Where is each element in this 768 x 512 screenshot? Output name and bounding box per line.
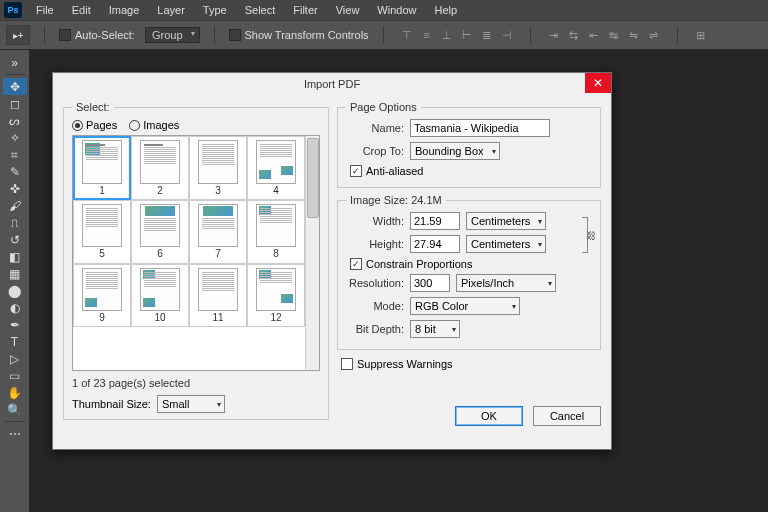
thumbnail-grid: 1 2 3 4 5 6 7 8 9 10 11 12 bbox=[72, 135, 320, 371]
menu-layer[interactable]: Layer bbox=[149, 2, 193, 18]
select-legend: Select: bbox=[72, 101, 114, 113]
move-tool-icon[interactable]: ✥ bbox=[3, 78, 27, 95]
page-thumb-6[interactable]: 6 bbox=[131, 200, 189, 264]
menu-filter[interactable]: Filter bbox=[285, 2, 325, 18]
marquee-tool-icon[interactable]: ◻ bbox=[3, 95, 27, 112]
dodge-tool-icon[interactable]: ◐ bbox=[3, 299, 27, 316]
mode-select[interactable]: RGB Color bbox=[410, 297, 520, 315]
gradient-tool-icon[interactable]: ▦ bbox=[3, 265, 27, 282]
page-thumb-4[interactable]: 4 bbox=[247, 136, 305, 200]
dist-bottom-icon[interactable]: ⇤ bbox=[585, 26, 603, 44]
path-select-tool-icon[interactable]: ▷ bbox=[3, 350, 27, 367]
distribute-icons: ⇥ ⇆ ⇤ ↹ ⇋ ⇌ bbox=[545, 26, 663, 44]
eraser-tool-icon[interactable]: ◧ bbox=[3, 248, 27, 265]
menu-help[interactable]: Help bbox=[426, 2, 465, 18]
stamp-tool-icon[interactable]: ⎍ bbox=[3, 214, 27, 231]
width-unit-select[interactable]: Centimeters bbox=[466, 212, 546, 230]
name-label: Name: bbox=[346, 122, 404, 134]
antialiased-checkbox[interactable]: Anti-aliased bbox=[350, 165, 592, 177]
align-vcenter-icon[interactable]: ≡ bbox=[418, 26, 436, 44]
brush-tool-icon[interactable]: 🖌 bbox=[3, 197, 27, 214]
cropto-label: Crop To: bbox=[346, 145, 404, 157]
more-tools-icon[interactable]: ⋯ bbox=[3, 425, 27, 442]
dist-vcenter-icon[interactable]: ⇆ bbox=[565, 26, 583, 44]
active-tool-indicator[interactable]: ▸+ bbox=[6, 25, 30, 45]
page-thumb-12[interactable]: 12 bbox=[247, 264, 305, 328]
type-tool-icon[interactable]: T bbox=[3, 333, 27, 350]
zoom-tool-icon[interactable]: 🔍 bbox=[3, 401, 27, 418]
constrain-proportions-checkbox[interactable]: Constrain Proportions bbox=[350, 258, 592, 270]
width-input[interactable] bbox=[410, 212, 460, 230]
auto-select-target-select[interactable]: Group bbox=[145, 27, 200, 43]
radio-pages[interactable]: Pages bbox=[72, 119, 117, 131]
expand-tools-icon[interactable]: » bbox=[3, 54, 27, 71]
magic-wand-tool-icon[interactable]: ✧ bbox=[3, 129, 27, 146]
link-dimensions-icon[interactable]: ⛓ bbox=[578, 212, 592, 258]
menu-select[interactable]: Select bbox=[237, 2, 284, 18]
dist-right-icon[interactable]: ⇌ bbox=[645, 26, 663, 44]
thumbnail-size-label: Thumbnail Size: bbox=[72, 398, 151, 410]
height-input[interactable] bbox=[410, 235, 460, 253]
width-label: Width: bbox=[346, 215, 404, 227]
page-thumb-3[interactable]: 3 bbox=[189, 136, 247, 200]
auto-select-checkbox[interactable]: Auto-Select: bbox=[59, 29, 135, 41]
align-to-icon[interactable]: ⊞ bbox=[692, 26, 710, 44]
dist-hcenter-icon[interactable]: ⇋ bbox=[625, 26, 643, 44]
align-top-icon[interactable]: ⊤ bbox=[398, 26, 416, 44]
cancel-button[interactable]: Cancel bbox=[533, 406, 601, 426]
align-icons: ⊤ ≡ ⊥ ⊢ ≣ ⊣ bbox=[398, 26, 516, 44]
app-logo: Ps bbox=[4, 2, 22, 18]
menu-window[interactable]: Window bbox=[369, 2, 424, 18]
ok-button[interactable]: OK bbox=[455, 406, 523, 426]
menu-type[interactable]: Type bbox=[195, 2, 235, 18]
page-thumb-10[interactable]: 10 bbox=[131, 264, 189, 328]
page-thumb-9[interactable]: 9 bbox=[73, 264, 131, 328]
selection-status: 1 of 23 page(s) selected bbox=[72, 377, 320, 389]
page-options-legend: Page Options bbox=[346, 101, 421, 113]
tools-panel: » ✥ ◻ ᔕ ✧ ⌗ ✎ ✜ 🖌 ⎍ ↺ ◧ ▦ ⬤ ◐ ✒ T ▷ ▭ ✋ … bbox=[0, 50, 30, 512]
menu-view[interactable]: View bbox=[328, 2, 368, 18]
eyedropper-tool-icon[interactable]: ✎ bbox=[3, 163, 27, 180]
image-size-fieldset: Image Size: 24.1M Width: Centimeters Hei… bbox=[337, 194, 601, 350]
bitdepth-select[interactable]: 8 bit bbox=[410, 320, 460, 338]
align-bottom-icon[interactable]: ⊥ bbox=[438, 26, 456, 44]
crop-tool-icon[interactable]: ⌗ bbox=[3, 146, 27, 163]
show-transform-controls-checkbox[interactable]: Show Transform Controls bbox=[229, 29, 369, 41]
name-input[interactable] bbox=[410, 119, 550, 137]
page-thumb-8[interactable]: 8 bbox=[247, 200, 305, 264]
close-button[interactable]: ✕ bbox=[585, 73, 611, 93]
page-thumb-11[interactable]: 11 bbox=[189, 264, 247, 328]
suppress-warnings-checkbox[interactable]: Suppress Warnings bbox=[341, 358, 601, 370]
menu-edit[interactable]: Edit bbox=[64, 2, 99, 18]
align-right-icon[interactable]: ⊣ bbox=[498, 26, 516, 44]
dist-top-icon[interactable]: ⇥ bbox=[545, 26, 563, 44]
page-thumb-5[interactable]: 5 bbox=[73, 200, 131, 264]
dist-left-icon[interactable]: ↹ bbox=[605, 26, 623, 44]
thumbnail-scrollbar[interactable] bbox=[305, 136, 319, 370]
radio-images[interactable]: Images bbox=[129, 119, 179, 131]
height-unit-select[interactable]: Centimeters bbox=[466, 235, 546, 253]
align-hcenter-icon[interactable]: ≣ bbox=[478, 26, 496, 44]
menubar: Ps File Edit Image Layer Type Select Fil… bbox=[0, 0, 768, 20]
page-thumb-1[interactable]: 1 bbox=[73, 136, 131, 200]
page-options-fieldset: Page Options Name: Crop To: Bounding Box… bbox=[337, 101, 601, 188]
hand-tool-icon[interactable]: ✋ bbox=[3, 384, 27, 401]
resolution-unit-select[interactable]: Pixels/Inch bbox=[456, 274, 556, 292]
pen-tool-icon[interactable]: ✒ bbox=[3, 316, 27, 333]
menu-file[interactable]: File bbox=[28, 2, 62, 18]
page-thumb-2[interactable]: 2 bbox=[131, 136, 189, 200]
height-label: Height: bbox=[346, 238, 404, 250]
resolution-input[interactable] bbox=[410, 274, 450, 292]
mode-label: Mode: bbox=[346, 300, 404, 312]
healing-brush-tool-icon[interactable]: ✜ bbox=[3, 180, 27, 197]
page-thumb-7[interactable]: 7 bbox=[189, 200, 247, 264]
history-brush-tool-icon[interactable]: ↺ bbox=[3, 231, 27, 248]
align-left-icon[interactable]: ⊢ bbox=[458, 26, 476, 44]
blur-tool-icon[interactable]: ⬤ bbox=[3, 282, 27, 299]
cropto-select[interactable]: Bounding Box bbox=[410, 142, 500, 160]
shape-tool-icon[interactable]: ▭ bbox=[3, 367, 27, 384]
import-pdf-dialog: Import PDF ✕ Select: Pages Images 1 2 3 … bbox=[52, 72, 612, 450]
menu-image[interactable]: Image bbox=[101, 2, 148, 18]
thumbnail-size-select[interactable]: Small bbox=[157, 395, 225, 413]
lasso-tool-icon[interactable]: ᔕ bbox=[3, 112, 27, 129]
